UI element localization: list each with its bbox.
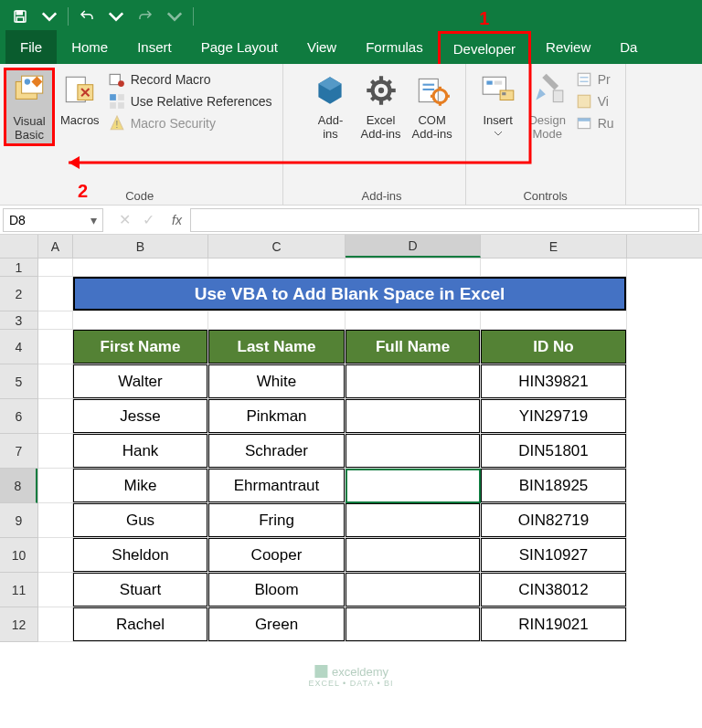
- cell-area[interactable]: Use VBA to Add Blank Space in Excel Firs…: [38, 258, 627, 642]
- enter-formula-icon: ✓: [137, 209, 159, 231]
- row-header-9[interactable]: 9: [0, 503, 37, 538]
- tab-view[interactable]: View: [292, 30, 351, 64]
- chevron-down-icon[interactable]: ▾: [90, 213, 97, 227]
- row-header-5[interactable]: 5: [0, 364, 37, 399]
- undo-icon[interactable]: [74, 4, 100, 29]
- design-mode-button[interactable]: Design Mode: [523, 68, 572, 144]
- svg-rect-14: [118, 102, 124, 109]
- view-code-button[interactable]: Vi: [576, 93, 614, 110]
- tab-review[interactable]: Review: [531, 30, 605, 64]
- view-code-icon: [576, 93, 592, 110]
- dropdown-icon[interactable]: [37, 4, 62, 29]
- use-relative-icon: [109, 93, 125, 110]
- cell-first[interactable]: Rachel: [73, 607, 207, 641]
- row-header-4[interactable]: 4: [0, 330, 37, 364]
- cell-first[interactable]: Hank: [73, 434, 207, 468]
- cell-last[interactable]: Ehrmantraut: [208, 469, 345, 502]
- cell-full[interactable]: [346, 469, 480, 502]
- table-header: Last Name: [208, 330, 345, 364]
- cell-id[interactable]: CIN38012: [481, 573, 626, 607]
- cell-last[interactable]: White: [208, 364, 345, 398]
- table-row: Gus Fring OIN82719: [38, 503, 627, 538]
- name-box[interactable]: D8 ▾: [3, 208, 103, 232]
- tab-formulas[interactable]: Formulas: [351, 30, 438, 64]
- cell-first[interactable]: Gus: [73, 503, 207, 537]
- addins-button[interactable]: Add- ins: [305, 68, 355, 144]
- insert-control-button[interactable]: Insert: [473, 68, 523, 140]
- row-header-2[interactable]: 2: [0, 277, 37, 311]
- cell-full[interactable]: [346, 364, 480, 398]
- cell-first[interactable]: Sheldon: [73, 538, 207, 572]
- cell-full[interactable]: [346, 538, 480, 572]
- formula-input[interactable]: [190, 208, 699, 232]
- cell-id[interactable]: YIN29719: [481, 399, 626, 433]
- save-icon[interactable]: [7, 4, 33, 29]
- col-header-e[interactable]: E: [481, 235, 627, 258]
- macros-button[interactable]: Macros: [55, 68, 105, 131]
- table-row: Walter White HIN39821: [38, 364, 627, 399]
- cell-last[interactable]: Pinkman: [208, 399, 345, 433]
- redo-dropdown-icon: [162, 4, 187, 29]
- com-addins-icon: [413, 71, 452, 110]
- cell-first[interactable]: Stuart: [73, 573, 207, 607]
- run-dialog-button[interactable]: Ru: [576, 115, 614, 132]
- table-row: Hank Schrader DIN51801: [38, 434, 627, 469]
- undo-dropdown-icon[interactable]: [103, 4, 129, 29]
- cell-last[interactable]: Fring: [208, 503, 345, 537]
- row-header-7[interactable]: 7: [0, 434, 37, 469]
- properties-button[interactable]: Pr: [576, 71, 614, 88]
- table-row: Jesse Pinkman YIN29719: [38, 399, 627, 434]
- cell-full[interactable]: [346, 434, 480, 468]
- cell-full[interactable]: [346, 607, 480, 641]
- cell-id[interactable]: SIN10927: [481, 538, 626, 572]
- cell-first[interactable]: Jesse: [73, 399, 207, 433]
- cell-id[interactable]: BIN18925: [481, 469, 626, 502]
- row-header-6[interactable]: 6: [0, 399, 37, 434]
- use-relative-button[interactable]: Use Relative References: [109, 93, 272, 110]
- row-header-1[interactable]: 1: [0, 258, 37, 277]
- select-all-corner[interactable]: [0, 235, 38, 258]
- cell-last[interactable]: Schrader: [208, 434, 345, 468]
- tab-page-layout[interactable]: Page Layout: [186, 30, 292, 64]
- col-header-a[interactable]: A: [38, 235, 73, 258]
- formula-bar: D8 ▾ ✕ ✓ fx: [0, 206, 702, 235]
- col-header-c[interactable]: C: [208, 235, 346, 258]
- cell-id[interactable]: HIN39821: [481, 364, 626, 398]
- row-header-12[interactable]: 12: [0, 607, 37, 642]
- cell-first[interactable]: Mike: [73, 469, 207, 502]
- cell-full[interactable]: [346, 399, 480, 433]
- insert-control-icon: [479, 71, 517, 110]
- row-header-11[interactable]: 11: [0, 573, 37, 607]
- tab-file[interactable]: File: [5, 30, 57, 64]
- cell-last[interactable]: Green: [208, 607, 345, 641]
- cell-last[interactable]: Cooper: [208, 538, 345, 572]
- col-header-b[interactable]: B: [73, 235, 208, 258]
- visual-basic-button[interactable]: Visual Basic: [4, 68, 55, 146]
- cell-last[interactable]: Bloom: [208, 573, 345, 607]
- row-headers: 1 2 3 4 5 6 7 8 9 10 11 12: [0, 258, 38, 642]
- tab-insert[interactable]: Insert: [122, 30, 186, 64]
- cell-full[interactable]: [346, 573, 480, 607]
- properties-icon: [576, 71, 592, 88]
- tab-data[interactable]: Da: [605, 30, 652, 64]
- record-macro-button[interactable]: Record Macro: [109, 71, 272, 88]
- cell-id[interactable]: RIN19021: [481, 607, 626, 641]
- col-header-d[interactable]: D: [346, 235, 481, 258]
- row-header-8[interactable]: 8: [0, 469, 37, 503]
- fx-label[interactable]: fx: [166, 213, 187, 227]
- svg-rect-35: [486, 81, 492, 85]
- tab-home[interactable]: Home: [57, 30, 122, 64]
- ribbon-group-controls: Insert Design Mode Pr Vi: [466, 64, 626, 205]
- row-header-3[interactable]: 3: [0, 311, 37, 330]
- row-header-10[interactable]: 10: [0, 538, 37, 573]
- cell-id[interactable]: OIN82719: [481, 503, 626, 537]
- spreadsheet-grid: A B C D E 1 2 3 4 5 6 7 8 9 10 11 12 Use…: [0, 235, 702, 642]
- tab-developer[interactable]: Developer 1: [438, 31, 531, 64]
- com-addins-button[interactable]: COM Add-ins: [407, 68, 458, 144]
- cell-full[interactable]: [346, 503, 480, 537]
- annotation-1: 1: [479, 8, 489, 29]
- cell-first[interactable]: Walter: [73, 364, 207, 398]
- svg-rect-36: [494, 81, 501, 85]
- excel-addins-button[interactable]: Excel Add-ins: [355, 68, 406, 144]
- cell-id[interactable]: DIN51801: [481, 434, 626, 468]
